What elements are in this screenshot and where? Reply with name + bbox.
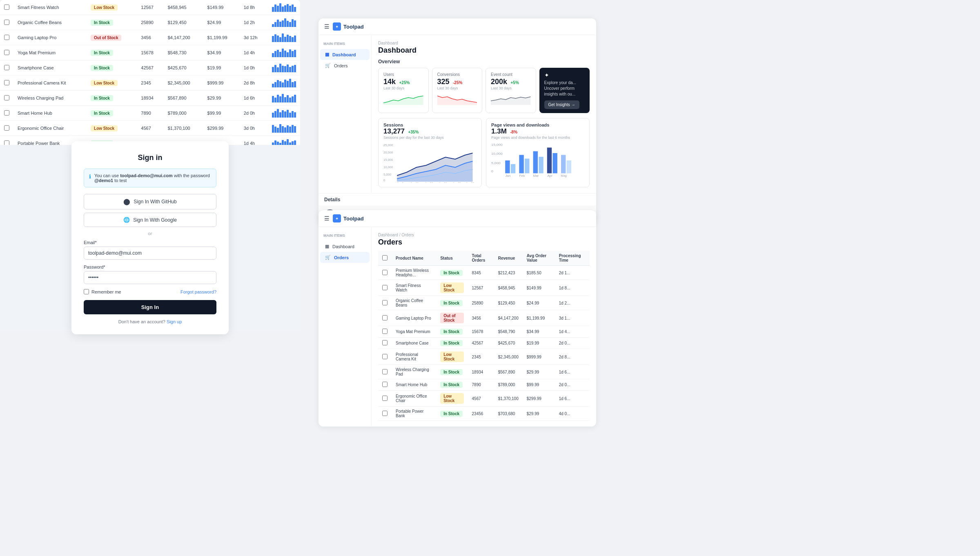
row-checkbox-cell[interactable] xyxy=(0,15,13,30)
row-checkbox-cell[interactable] xyxy=(0,106,13,121)
orders-row-checkbox[interactable] xyxy=(378,296,392,310)
orders-product-name: Yoga Mat Premium xyxy=(392,326,436,338)
svg-text:Apr 15: Apr 15 xyxy=(425,182,433,183)
orders-product-name: Portable Power Bank xyxy=(392,407,436,421)
product-status: Low Stock xyxy=(87,76,137,91)
orders-row: Ergonomic Office Chair Low Stock 4567 $1… xyxy=(378,391,590,407)
orders-product-processing: 1d 8... xyxy=(555,280,590,296)
svg-text:Apr 25: Apr 25 xyxy=(453,182,461,183)
product-avg: $1,199.99 xyxy=(203,30,240,45)
orders-product-revenue: $4,147,200 xyxy=(494,310,523,326)
orders-row-checkbox[interactable] xyxy=(378,391,392,407)
orders-select-all[interactable] xyxy=(378,251,392,266)
table-row: Yoga Mat Premium In Stock 15678 $548,730… xyxy=(0,45,300,60)
sidebar-item-dashboard[interactable]: ▦ Dashboard xyxy=(320,49,370,60)
row-checkbox-cell[interactable] xyxy=(0,0,13,15)
orders-menu-icon[interactable]: ☰ xyxy=(324,215,330,222)
svg-text:20,000: 20,000 xyxy=(383,151,393,154)
orders-product-status: Out of Stock xyxy=(436,310,468,326)
row-checkbox-cell[interactable] xyxy=(0,45,13,60)
orders-product-processing: 1d 6... xyxy=(555,365,590,379)
orders-product-total: 4567 xyxy=(468,391,494,407)
product-avg: $999.99 xyxy=(203,76,240,91)
orders-orders-icon: 🛒 xyxy=(325,255,331,260)
orders-product-name: Smart Home Hub xyxy=(392,379,436,391)
svg-rect-29 xyxy=(567,160,571,173)
google-signin-btn[interactable]: 🌐 Sign In With Google xyxy=(84,213,216,227)
get-insights-btn[interactable]: Get Insights → xyxy=(544,100,579,109)
svg-rect-25 xyxy=(547,148,552,173)
product-processing: 2d 8h xyxy=(240,76,268,91)
orders-product-processing: 2d 1... xyxy=(555,266,590,280)
orders-row-checkbox[interactable] xyxy=(378,280,392,296)
pageviews-chart-value: 1.3M xyxy=(491,127,507,135)
orders-row-checkbox[interactable] xyxy=(378,349,392,365)
charts-row: Sessions 13,277 +35% Sessions per day fo… xyxy=(378,118,590,187)
svg-text:10,000: 10,000 xyxy=(491,152,503,156)
signup-link[interactable]: Sign up xyxy=(167,319,182,324)
orders-main: Dashboard / Orders Orders Product NameSt… xyxy=(372,227,596,427)
pageviews-chart-title: Page views and downloads xyxy=(491,122,584,127)
orders-sidebar-item-orders[interactable]: 🛒 Orders xyxy=(320,252,370,263)
product-revenue: $548,730 xyxy=(164,45,203,60)
product-sparkline xyxy=(268,0,300,15)
email-input[interactable] xyxy=(84,247,216,260)
orders-product-revenue: $129,450 xyxy=(494,296,523,310)
orders-product-processing: 4d 0... xyxy=(555,407,590,421)
forgot-password-link[interactable]: Forgot password? xyxy=(180,289,216,294)
svg-rect-28 xyxy=(561,155,566,173)
product-processing: 1d 0h xyxy=(240,60,268,76)
orders-col-header: Processing Time xyxy=(555,251,590,266)
orders-row-checkbox[interactable] xyxy=(378,326,392,338)
orders-row-checkbox[interactable] xyxy=(378,365,392,379)
svg-text:25,000: 25,000 xyxy=(383,143,393,147)
email-group: Email* xyxy=(84,240,216,260)
orders-product-total: 12567 xyxy=(468,280,494,296)
product-processing: 1d 8h xyxy=(240,0,268,15)
dashboard-icon: ▦ xyxy=(325,52,329,57)
remember-me-label[interactable]: Remember me xyxy=(84,289,121,294)
password-input[interactable] xyxy=(84,271,216,284)
orders-col-header: Avg Order Value xyxy=(523,251,555,266)
sessions-value-row: 13,277 +35% xyxy=(383,127,477,136)
svg-rect-17 xyxy=(511,164,515,173)
product-processing: 1d 6h xyxy=(240,91,268,106)
orders-row: Smart Home Hub In Stock 7890 $789,000 $9… xyxy=(378,379,590,391)
form-options-row: Remember me Forgot password? xyxy=(84,289,216,294)
product-qty: 15678 xyxy=(137,45,163,60)
product-qty: 7890 xyxy=(137,106,163,121)
svg-text:5,000: 5,000 xyxy=(383,173,392,176)
row-checkbox-cell[interactable] xyxy=(0,91,13,106)
product-status: In Stock xyxy=(87,60,137,76)
row-checkbox-cell[interactable] xyxy=(0,60,13,76)
orders-row: Wireless Charging Pad In Stock 18934 $56… xyxy=(378,365,590,379)
product-sparkline xyxy=(268,45,300,60)
orders-row-checkbox[interactable] xyxy=(378,310,392,326)
github-signin-btn[interactable]: ⬤ Sign In With GitHub xyxy=(84,194,216,209)
orders-product-avg: $299.99 xyxy=(523,391,555,407)
orders-sidebar-section-label: Main Items xyxy=(318,232,371,239)
orders-product-status: In Stock xyxy=(436,326,468,338)
breadcrumb: Dashboard xyxy=(378,41,590,45)
row-checkbox-cell[interactable] xyxy=(0,30,13,45)
product-revenue: $4,147,200 xyxy=(164,30,203,45)
signin-submit-btn[interactable]: Sign In xyxy=(84,300,216,314)
sessions-chart-card: Sessions 13,277 +35% Sessions per day fo… xyxy=(378,118,482,187)
orders-table: Product NameStatusTotal OrdersRevenueAvg… xyxy=(378,251,590,421)
orders-product-total: 7890 xyxy=(468,379,494,391)
orders-sidebar-item-dashboard[interactable]: ▦ Dashboard xyxy=(320,241,370,252)
remember-me-checkbox[interactable] xyxy=(84,289,89,294)
row-checkbox-cell[interactable] xyxy=(0,121,13,136)
orders-row-checkbox[interactable] xyxy=(378,266,392,280)
row-checkbox-cell[interactable] xyxy=(0,76,13,91)
product-processing: 1d 4h xyxy=(240,45,268,60)
orders-row-checkbox[interactable] xyxy=(378,407,392,421)
password-group: Password* xyxy=(84,265,216,284)
product-revenue: $1,370,100 xyxy=(164,121,203,136)
users-metric-value: 14k xyxy=(383,78,396,86)
menu-icon[interactable]: ☰ xyxy=(324,23,330,30)
svg-text:5,000: 5,000 xyxy=(491,162,501,165)
sidebar-item-orders[interactable]: 🛒 Orders xyxy=(320,60,370,71)
orders-row-checkbox[interactable] xyxy=(378,379,392,391)
orders-row-checkbox[interactable] xyxy=(378,338,392,349)
